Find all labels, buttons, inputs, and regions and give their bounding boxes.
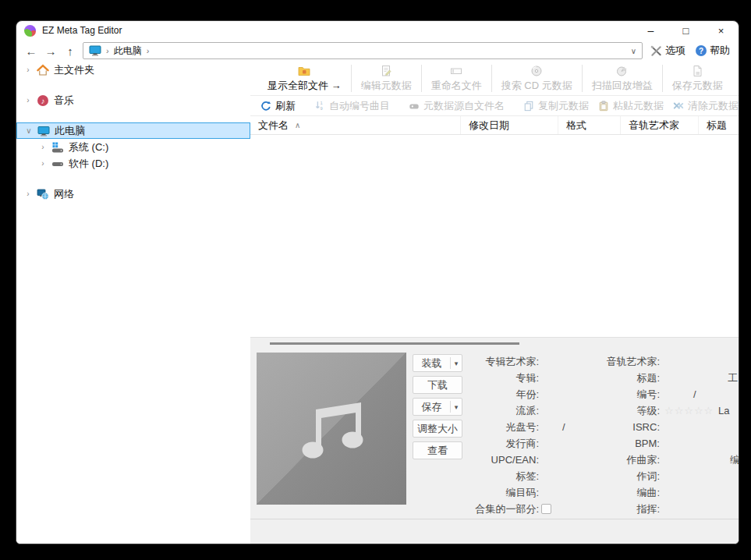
conductor-label: 指挥: [578, 501, 660, 517]
file-list[interactable] [250, 135, 739, 337]
address-bar[interactable]: › 此电脑 › ∨ [83, 42, 643, 59]
refresh-button[interactable]: 刷新 [258, 99, 298, 113]
save-metadata-button[interactable]: 保存元数据 [663, 62, 732, 95]
status-bar [250, 519, 739, 544]
track-number-label: 编号: [578, 386, 660, 402]
show-all-files-label: 显示全部文件 → [267, 79, 342, 93]
sidebar-item-music[interactable]: › ♪ 音乐 [16, 92, 250, 108]
close-button[interactable]: × [703, 21, 739, 40]
breadcrumb-separator: › [106, 46, 109, 55]
splitter-handle[interactable] [270, 342, 519, 345]
composer-label: 作曲家: [578, 452, 660, 468]
clipped-text-rating-row: La [718, 402, 729, 419]
folder-icon [298, 65, 310, 77]
options-button[interactable]: 选项 [648, 44, 688, 58]
autonumber-tracks-button[interactable]: 1 9 自动编号曲目 [312, 99, 392, 113]
monitor-icon [89, 44, 101, 57]
compilation-checkbox[interactable] [541, 504, 551, 514]
help-button[interactable]: ? 帮助 [693, 44, 732, 58]
clipped-text-composer-row: 编 [730, 452, 739, 468]
back-button[interactable]: ← [24, 44, 38, 58]
paste-metadata-button[interactable]: 粘贴元数据 [596, 99, 666, 113]
cd-icon [530, 65, 543, 77]
catalog-code-label: 编目码: [430, 484, 539, 501]
system-drive-icon [51, 141, 64, 154]
year-label: 年份: [430, 386, 539, 402]
column-header-filename[interactable]: 文件名 ∧ [250, 116, 461, 134]
track-form-column: 音轨艺术家: 标题: 编号: / 等级: ☆☆☆☆☆ ISRC: BPM: 作曲… [578, 353, 739, 517]
up-button[interactable]: ↑ [63, 44, 77, 58]
monitor-icon [37, 125, 50, 137]
app-icon [24, 25, 36, 37]
search-cd-metadata-label: 搜索 CD 元数据 [501, 79, 572, 93]
maximize-button[interactable]: □ [668, 21, 703, 40]
clear-cross-icon [673, 101, 684, 112]
arranger-label: 编曲: [578, 484, 660, 501]
rename-file-label: 重命名文件 [431, 79, 482, 93]
copy-metadata-label: 复制元数据 [538, 99, 589, 113]
save-document-icon [691, 65, 703, 77]
bpm-label: BPM: [578, 435, 660, 452]
svg-text:♪: ♪ [41, 96, 45, 105]
save-metadata-label: 保存元数据 [672, 79, 723, 93]
rating-stars[interactable]: ☆☆☆☆☆ [664, 402, 714, 419]
sidebar-item-drive-c[interactable]: › 系统 (C:) [16, 139, 250, 155]
chevron-right-icon[interactable]: › [39, 159, 47, 168]
chevron-down-icon[interactable]: ∨ [25, 126, 33, 135]
sidebar-item-network[interactable]: › 网络 [16, 186, 250, 202]
metadata-from-filename-button[interactable]: 元数据源自文件名 [406, 99, 507, 113]
column-label: 文件名 [258, 119, 289, 133]
forward-button[interactable]: → [44, 44, 58, 58]
paste-clipboard-icon [598, 101, 609, 112]
column-header-format[interactable]: 格式 [558, 116, 621, 134]
app-window: EZ Meta Tag Editor – □ × ← → ↑ › 此电脑 › ∨ [16, 20, 739, 544]
music-icon: ♪ [37, 94, 49, 107]
column-label: 标题 [707, 119, 727, 133]
metadata-from-filename-icon [409, 101, 420, 112]
chevron-right-icon[interactable]: › [24, 96, 32, 105]
copy-metadata-button[interactable]: 复制元数据 [521, 99, 591, 113]
drive-icon [51, 158, 64, 170]
clear-metadata-button[interactable]: 清除元数据 [671, 99, 739, 113]
help-icon: ? [696, 45, 707, 56]
breadcrumb[interactable]: 此电脑 [114, 44, 142, 58]
home-icon [37, 64, 49, 76]
refresh-icon [260, 101, 271, 112]
breadcrumb-separator: › [147, 46, 150, 55]
sidebar-item-drive-d[interactable]: › 软件 (D:) [16, 155, 250, 172]
chevron-right-icon[interactable]: › [24, 190, 32, 198]
titlebar: EZ Meta Tag Editor – □ × [16, 21, 739, 40]
column-label: 音轨艺术家 [629, 119, 679, 133]
column-header-modified[interactable]: 修改日期 [461, 116, 558, 134]
upc-ean-label: UPC/EAN: [430, 452, 539, 468]
sidebar-item-label: 网络 [54, 187, 74, 201]
chevron-right-icon[interactable]: › [24, 66, 32, 74]
address-dropdown-icon[interactable]: ∨ [631, 47, 636, 55]
tools-icon [650, 45, 662, 57]
main-toolbar: 显示全部文件 → 编辑元数据 重命 [250, 62, 739, 96]
scan-replaygain-button[interactable]: 扫描回放增益 [583, 62, 662, 95]
metadata-panel: 装载 ▾ 下载 保存 ▾ 调整大小 [250, 349, 739, 519]
paste-metadata-label: 粘贴元数据 [613, 99, 664, 113]
minimize-button[interactable]: – [633, 21, 668, 40]
window-title: EZ Meta Tag Editor [42, 25, 122, 36]
sidebar-item-this-pc[interactable]: ∨ 此电脑 [16, 122, 250, 139]
folder-tree: › 主文件夹 › ♪ 音乐 ∨ [16, 62, 250, 544]
column-header-title[interactable]: 标题 [699, 116, 739, 134]
rename-file-button[interactable]: 重命名文件 [422, 62, 491, 95]
rename-textbox-icon [450, 65, 462, 77]
edit-metadata-button[interactable]: 编辑元数据 [352, 62, 421, 95]
disc-number-label: 光盘号: [430, 419, 539, 435]
sidebar-item-home[interactable]: › 主文件夹 [16, 62, 250, 78]
help-label: 帮助 [710, 44, 730, 58]
sidebar-item-label: 软件 (D:) [69, 157, 108, 171]
sort-ascending-icon: ∧ [295, 121, 300, 129]
search-cd-metadata-button[interactable]: 搜索 CD 元数据 [492, 62, 582, 95]
column-header-artist[interactable]: 音轨艺术家 [621, 116, 699, 134]
show-all-files-button[interactable]: 显示全部文件 → [258, 62, 351, 95]
sidebar-item-label: 此电脑 [55, 124, 85, 138]
chevron-right-icon[interactable]: › [39, 143, 47, 151]
filelist-header: 文件名 ∧ 修改日期 格式 音轨艺术家 标题 [250, 116, 739, 135]
sidebar-item-label: 主文件夹 [54, 63, 94, 77]
network-icon [37, 188, 49, 200]
